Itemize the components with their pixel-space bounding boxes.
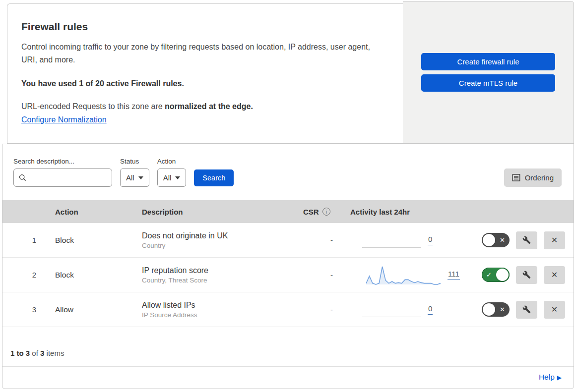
toggle-knob	[483, 234, 495, 246]
firewall-rules-page: Firewall rules Control incoming traffic …	[0, 0, 576, 392]
toggle-knob	[496, 269, 509, 281]
status-label: Status	[120, 158, 149, 165]
normalization-bold: normalized at the edge.	[165, 102, 253, 111]
search-group: Search description...	[13, 158, 112, 187]
action-filter-group: Action All	[157, 158, 187, 187]
configure-normalization-link[interactable]: Configure Normalization	[21, 115, 107, 124]
rule-controls: ✓ ✕	[467, 266, 574, 284]
delete-rule-button[interactable]: ✕	[544, 231, 565, 249]
wrench-icon	[522, 305, 531, 314]
delete-rule-button[interactable]: ✕	[544, 266, 565, 284]
rule-action: Allow	[46, 305, 142, 314]
action-dropdown[interactable]: All	[157, 168, 187, 187]
help-bar: Help▶	[2, 366, 574, 389]
rule-enabled-toggle[interactable]: ✕	[482, 233, 510, 247]
ordering-label: Ordering	[525, 173, 554, 182]
x-icon: ✕	[551, 270, 558, 280]
edit-rule-button[interactable]	[516, 231, 537, 249]
table-row: 3 Allow Allow listed IPs IP Source Addre…	[2, 292, 574, 327]
rule-action: Block	[46, 236, 142, 245]
activity-flatline	[362, 317, 421, 317]
rules-card: Search description... Status All Action	[2, 144, 574, 389]
search-box	[13, 168, 112, 187]
help-label: Help	[539, 373, 555, 381]
page-title: Firewall rules	[21, 21, 379, 33]
x-icon: ✕	[551, 305, 558, 314]
pagination-status: 1 to 3 of 3 items	[2, 327, 574, 365]
status-dropdown[interactable]: All	[120, 168, 149, 187]
actions-panel: Create firewall rule Create mTLS rule	[403, 1, 574, 144]
pagination-of: of	[30, 349, 40, 357]
activity-cell: 0	[345, 232, 467, 248]
rule-description-cell: Allow listed IPs IP Source Address	[142, 301, 296, 319]
rule-criteria: Country	[142, 242, 296, 249]
pagination-items: items	[44, 349, 64, 357]
table-header: Action Description CSR i Activity last 2…	[2, 200, 574, 223]
ordering-button[interactable]: Ordering	[504, 168, 562, 187]
search-button[interactable]: Search	[194, 169, 234, 186]
intro-description: Control incoming traffic to your zone by…	[21, 41, 375, 66]
rule-enabled-toggle[interactable]: ✕	[482, 302, 510, 317]
normalization-notice: URL-encoded Requests to this zone are no…	[21, 102, 379, 111]
normalization-text: URL-encoded Requests to this zone are	[21, 102, 165, 111]
action-label: Action	[157, 158, 187, 165]
rule-csr-value: -	[296, 305, 345, 314]
caret-right-icon: ▶	[557, 374, 562, 381]
rule-csr-value: -	[296, 271, 345, 279]
action-selected-value: All	[163, 173, 172, 182]
edit-rule-button[interactable]	[516, 266, 537, 284]
table-body: 1 Block Does not originate in UK Country…	[2, 223, 574, 327]
info-circle-icon[interactable]: i	[322, 208, 330, 216]
toggle-state-icon: ✕	[500, 306, 505, 313]
activity-flatline	[362, 247, 421, 248]
create-firewall-rule-button[interactable]: Create firewall rule	[421, 53, 555, 70]
activity-count-link[interactable]: 0	[428, 304, 433, 315]
activity-count-link[interactable]: 0	[428, 235, 433, 245]
search-icon	[19, 174, 26, 181]
rule-controls: ✕ ✕	[467, 231, 574, 249]
wrench-icon	[522, 236, 531, 244]
delete-rule-button[interactable]: ✕	[544, 301, 565, 319]
rule-criteria: Country, Threat Score	[142, 277, 296, 284]
toggle-state-icon: ✕	[500, 236, 505, 244]
status-filter-group: Status All	[120, 158, 149, 187]
rule-controls: ✕ ✕	[467, 301, 574, 319]
search-input[interactable]	[30, 174, 107, 182]
rule-enabled-toggle[interactable]: ✓	[482, 268, 510, 282]
activity-cell: 0	[345, 302, 467, 317]
description-column-header: Description	[142, 208, 296, 216]
rule-action: Block	[46, 271, 142, 280]
table-row: 2 Block IP reputation score Country, Thr…	[2, 258, 574, 292]
x-icon: ✕	[551, 235, 558, 245]
list-icon	[512, 173, 520, 182]
csr-header-label: CSR	[303, 208, 319, 216]
search-label: Search description...	[13, 158, 112, 165]
rule-description-cell: Does not originate in UK Country	[142, 231, 296, 249]
csr-column-header: CSR i	[296, 208, 345, 216]
rule-priority: 3	[2, 305, 46, 314]
intro-card: Firewall rules Control incoming traffic …	[7, 3, 403, 144]
rule-description: Does not originate in UK	[142, 231, 296, 240]
caret-down-icon	[138, 176, 143, 179]
rule-description: IP reputation score	[142, 266, 296, 275]
pagination-range: 1 to 3	[10, 349, 30, 357]
activity-column-header: Activity last 24hr	[345, 208, 467, 216]
rule-criteria: IP Source Address	[142, 311, 296, 319]
table-row: 1 Block Does not originate in UK Country…	[2, 223, 574, 258]
toggle-state-icon: ✓	[486, 271, 492, 279]
help-link[interactable]: Help▶	[539, 373, 562, 381]
rule-description-cell: IP reputation score Country, Threat Scor…	[142, 266, 296, 284]
create-mtls-rule-button[interactable]: Create mTLS rule	[421, 74, 555, 92]
toggle-knob	[483, 303, 495, 316]
action-column-header: Action	[46, 208, 142, 216]
activity-cell: 111	[345, 264, 467, 286]
wrench-icon	[522, 271, 531, 279]
status-selected-value: All	[126, 173, 134, 182]
caret-down-icon	[175, 176, 180, 179]
rule-csr-value: -	[296, 236, 345, 244]
activity-count-link[interactable]: 111	[448, 270, 460, 280]
rule-priority: 2	[2, 271, 46, 279]
rule-description: Allow listed IPs	[142, 301, 296, 310]
edit-rule-button[interactable]	[516, 301, 537, 319]
top-section: Firewall rules Control incoming traffic …	[0, 0, 576, 144]
